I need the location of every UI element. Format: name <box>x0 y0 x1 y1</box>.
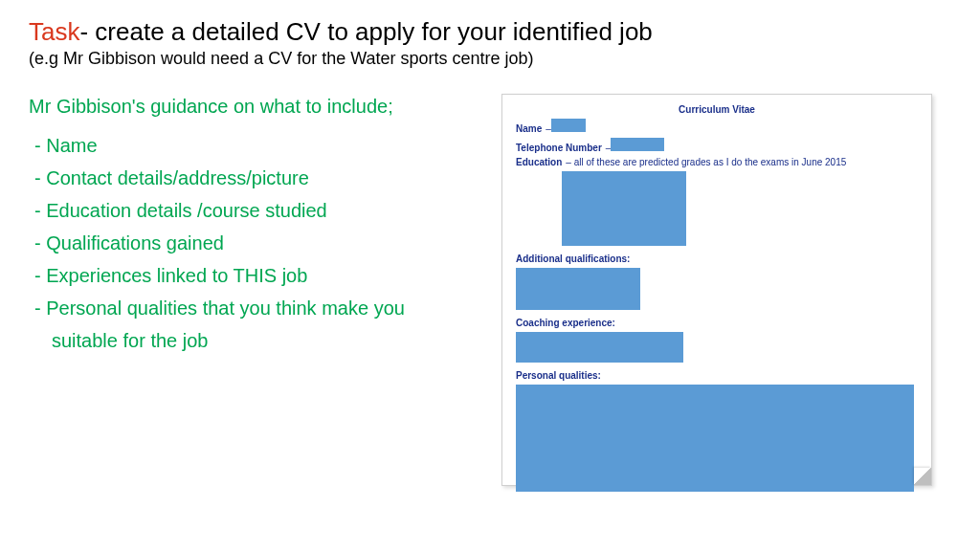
cv-name-label: Name <box>516 123 542 134</box>
list-item: Qualifications gained <box>29 227 440 259</box>
cv-name-row: Name – <box>516 119 918 134</box>
redacted-block <box>516 385 914 492</box>
guidance-heading: Mr Gibbison's guidance on what to includ… <box>29 94 440 120</box>
redacted-block <box>516 268 640 310</box>
cv-education-note: – all of these are predicted grades as I… <box>566 157 846 167</box>
guidance-list: Name Contact details/address/picture Edu… <box>29 129 440 357</box>
cv-phone-label: Telephone Number <box>516 143 602 153</box>
cv-coach-row: Coaching experience: <box>516 318 918 328</box>
cv-pq-label: Personal qualities: <box>516 370 601 381</box>
page-curl-icon <box>914 468 931 485</box>
guidance-column: Mr Gibbison's guidance on what to includ… <box>29 94 459 486</box>
cv-education-row: Education – all of these are predicted g… <box>516 157 918 167</box>
redacted-block <box>516 332 683 363</box>
redacted-block <box>611 138 664 151</box>
list-item: Name <box>29 129 440 162</box>
cv-document: Curriculum Vitae Name – Telephone Number… <box>501 94 932 486</box>
cv-pq-row: Personal qualities: <box>516 370 918 381</box>
cv-addq-row: Additional qualifications: <box>516 253 918 264</box>
page-title: Task- create a detailed CV to apply for … <box>29 17 951 47</box>
cv-phone-row: Telephone Number – <box>516 138 918 153</box>
redacted-block <box>562 171 686 246</box>
cv-heading: Curriculum Vitae <box>516 104 918 115</box>
list-item: Contact details/address/picture <box>29 162 440 194</box>
title-task-word: Task <box>29 17 79 46</box>
content-row: Mr Gibbison's guidance on what to includ… <box>29 94 951 486</box>
cv-education-label: Education <box>516 157 562 167</box>
title-rest: - create a detailed CV to apply for your… <box>79 17 652 46</box>
list-item: Experiences linked to THIS job <box>29 259 440 292</box>
page-subtitle: (e.g Mr Gibbison would need a CV for the… <box>29 49 951 69</box>
cv-addq-label: Additional qualifications: <box>516 253 630 264</box>
cv-coach-label: Coaching experience: <box>516 318 615 328</box>
redacted-block <box>551 119 586 132</box>
list-item: Personal qualities that you think make y… <box>29 292 440 357</box>
list-item: Education details /course studied <box>29 194 440 227</box>
